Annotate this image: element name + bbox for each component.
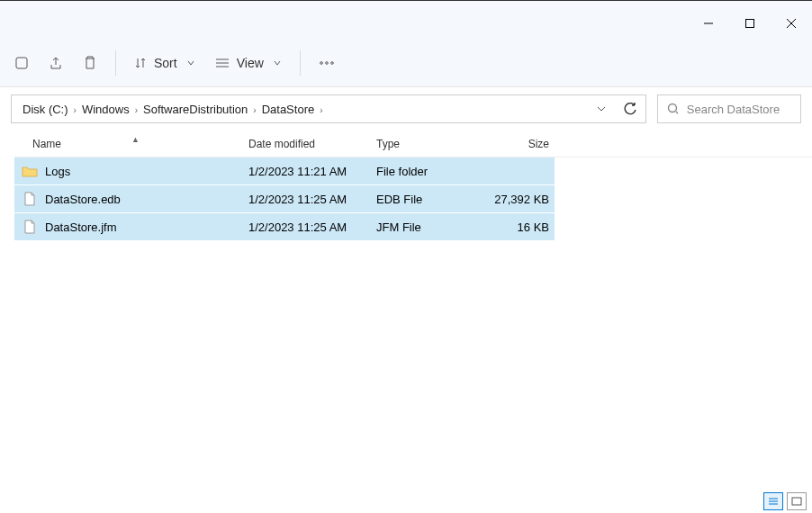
breadcrumb-segment[interactable]: DataStore bbox=[258, 101, 319, 118]
window-titlebar bbox=[0, 1, 812, 39]
file-name: Logs bbox=[45, 165, 70, 178]
search-input[interactable] bbox=[687, 103, 791, 116]
file-list: Name ▲ Date modified Type Size Logs1/2/2… bbox=[0, 130, 812, 241]
file-date: 1/2/2023 11:25 AM bbox=[248, 220, 376, 234]
file-row[interactable]: Logs1/2/2023 11:21 AMFile folder bbox=[14, 158, 555, 185]
file-icon bbox=[22, 191, 38, 207]
chevron-down-icon bbox=[186, 58, 195, 68]
refresh-icon bbox=[624, 103, 637, 116]
minimize-button[interactable] bbox=[688, 10, 729, 37]
chevron-right-icon: › bbox=[133, 105, 140, 115]
svg-point-8 bbox=[320, 61, 322, 64]
svg-point-10 bbox=[330, 61, 333, 64]
history-dropdown[interactable] bbox=[593, 104, 609, 114]
column-header-size[interactable]: Size bbox=[483, 138, 555, 150]
search-icon bbox=[667, 103, 678, 115]
file-type: EDB File bbox=[376, 193, 483, 206]
column-header-date[interactable]: Date modified bbox=[248, 138, 376, 150]
chevron-right-icon: › bbox=[251, 105, 257, 115]
list-icon bbox=[768, 497, 779, 506]
view-button[interactable]: View bbox=[206, 47, 291, 79]
maximize-button[interactable] bbox=[729, 10, 771, 37]
file-date: 1/2/2023 11:21 AM bbox=[248, 165, 376, 178]
folder-icon bbox=[22, 163, 38, 179]
svg-line-12 bbox=[676, 112, 678, 114]
file-row[interactable]: DataStore.edb1/2/2023 11:25 AMEDB File27… bbox=[14, 185, 555, 213]
svg-rect-4 bbox=[16, 58, 27, 68]
file-size: 16 KB bbox=[483, 220, 555, 234]
file-name: DataStore.edb bbox=[45, 193, 121, 206]
trash-icon bbox=[83, 55, 97, 71]
search-box[interactable] bbox=[657, 94, 801, 123]
file-icon bbox=[22, 219, 38, 235]
grid-icon bbox=[791, 497, 802, 506]
file-date: 1/2/2023 11:25 AM bbox=[248, 193, 376, 206]
delete-button[interactable] bbox=[74, 47, 106, 79]
svg-rect-1 bbox=[746, 20, 754, 28]
share-button[interactable] bbox=[40, 47, 72, 79]
breadcrumb-segment[interactable]: Disk (C:) bbox=[19, 101, 72, 118]
chevron-down-icon bbox=[273, 58, 282, 68]
column-header-type[interactable]: Type bbox=[376, 138, 483, 150]
chevron-down-icon bbox=[596, 104, 607, 114]
file-type: JFM File bbox=[376, 220, 483, 234]
more-button[interactable] bbox=[310, 47, 344, 79]
breadcrumb-segment[interactable]: Windows bbox=[78, 101, 133, 118]
cut-icon bbox=[14, 56, 29, 70]
sort-icon bbox=[134, 57, 147, 69]
address-bar[interactable]: Disk (C:)›Windows›SoftwareDistribution›D… bbox=[11, 94, 646, 123]
thumbnails-view-button[interactable] bbox=[787, 492, 807, 510]
file-size: 27,392 KB bbox=[483, 193, 555, 206]
column-header-name[interactable]: Name ▲ bbox=[14, 138, 248, 150]
chevron-right-icon: › bbox=[318, 105, 324, 115]
column-headers: Name ▲ Date modified Type Size bbox=[14, 130, 812, 158]
close-button[interactable] bbox=[771, 10, 812, 37]
sort-button[interactable]: Sort bbox=[125, 47, 204, 79]
file-type: File folder bbox=[376, 165, 483, 178]
details-view-button[interactable] bbox=[763, 492, 783, 510]
breadcrumb-segment[interactable]: SoftwareDistribution bbox=[140, 101, 251, 118]
toolbar-separator bbox=[115, 50, 116, 76]
sort-label: Sort bbox=[154, 56, 177, 70]
svg-point-11 bbox=[669, 104, 677, 112]
share-icon bbox=[49, 56, 63, 70]
ellipsis-icon bbox=[319, 57, 335, 69]
status-bar bbox=[758, 490, 812, 513]
svg-rect-16 bbox=[792, 498, 801, 505]
refresh-button[interactable] bbox=[622, 103, 638, 116]
view-icon bbox=[215, 57, 230, 69]
toolbar-separator bbox=[300, 50, 301, 76]
file-name: DataStore.jfm bbox=[45, 220, 116, 234]
file-row[interactable]: DataStore.jfm1/2/2023 11:25 AMJFM File16… bbox=[14, 213, 555, 241]
chevron-right-icon: › bbox=[72, 105, 78, 115]
view-label: View bbox=[237, 56, 264, 70]
address-row: Disk (C:)›Windows›SoftwareDistribution›D… bbox=[0, 87, 812, 130]
sort-indicator-icon: ▲ bbox=[131, 135, 140, 144]
toolbar: Sort View bbox=[0, 39, 812, 87]
cut-button[interactable] bbox=[5, 47, 38, 79]
svg-point-9 bbox=[325, 61, 328, 64]
